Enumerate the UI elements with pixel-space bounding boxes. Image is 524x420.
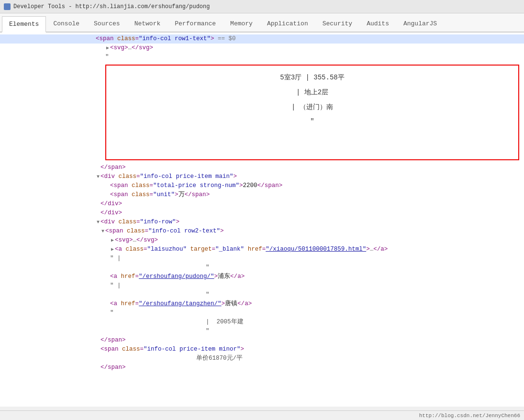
preview-quote: "	[310, 114, 314, 129]
title-text: Developer Tools - http://sh.lianjia.com/…	[13, 3, 210, 10]
div-info-row-open[interactable]: ▼<div class="info-row">	[0, 218, 524, 227]
svg-collapsed-line[interactable]: ▶<svg>…</svg>	[0, 44, 524, 53]
div-price-main-open[interactable]: ▼<div class="info-col price-item main">	[0, 172, 524, 181]
preview-line1: 5室3厅 | 355.58平	[280, 70, 344, 85]
triangle-down-icon: ▼	[96, 173, 100, 181]
svg-collapsed-2[interactable]: ▶<svg>…</svg>	[0, 236, 524, 245]
triangle-right2-icon: ▶	[110, 236, 115, 244]
span-row2-text-close[interactable]: </span>	[0, 336, 524, 345]
a-laisuzhou[interactable]: ▶<a class="laisuzhou" target="_blank" hr…	[0, 245, 524, 254]
year-built-text: | 2005年建	[0, 318, 524, 327]
tab-elements[interactable]: Elements	[2, 16, 46, 33]
a-tangzhen-href[interactable]: "/ershoufang/tangzhen/"	[139, 300, 222, 308]
quote-continuation-2: "	[0, 290, 524, 299]
closing-quote: "	[0, 309, 524, 318]
closing-quote-2: "	[0, 327, 524, 336]
triangle-down2-icon: ▼	[96, 218, 100, 226]
a-pudong-href[interactable]: "/ershoufang/pudong/"	[139, 273, 214, 281]
tab-console[interactable]: Console	[46, 15, 87, 32]
a-pudong[interactable]: <a href="/ershoufang/pudong/">浦东</a>	[0, 272, 524, 281]
preview-line3: | （进门）南	[291, 100, 333, 115]
quote-pipe-2: " |	[0, 281, 524, 290]
title-bar: Developer Tools - http://sh.lianjia.com/…	[0, 0, 524, 13]
unit-price-text: 单价61870元/平	[0, 354, 524, 363]
span-unit[interactable]: <span class="unit">万</span>	[0, 190, 524, 199]
tab-security[interactable]: Security	[315, 15, 359, 32]
tab-angularjs[interactable]: AngularJS	[396, 15, 444, 32]
bottom-url: http://blog.csdn.net/JennyChen66	[419, 413, 520, 419]
triangle-right3-icon: ▶	[110, 245, 115, 254]
tab-application[interactable]: Application	[260, 15, 315, 32]
quote-text-line: "	[0, 53, 524, 62]
span-price-minor[interactable]: <span class="info-col price-item minor">	[0, 345, 524, 354]
tab-performance[interactable]: Performance	[167, 15, 223, 32]
tab-audits[interactable]: Audits	[359, 15, 396, 32]
dom-inspector[interactable]: <span class="info-col row1-text"> == $0 …	[0, 33, 524, 407]
selected-element-line[interactable]: <span class="info-col row1-text"> == $0	[0, 34, 524, 44]
a-tangzhen[interactable]: <a href="/ershoufang/tangzhen/">唐镇</a>	[0, 299, 524, 309]
span-total-price[interactable]: <span class="total-price strong-num">220…	[0, 181, 524, 190]
span-price-minor-close[interactable]: </span>	[0, 363, 524, 372]
a-laisuzhou-href[interactable]: "/xiaoqu/5011000017859.html"	[266, 245, 366, 254]
element-preview: 5室3厅 | 355.58平 | 地上2层 | （进门）南 "	[105, 65, 519, 160]
quote-pipe-text: " |	[0, 254, 524, 263]
tag-open: <	[96, 35, 100, 43]
tab-bar: Elements Console Sources Network Perform…	[0, 13, 524, 33]
span-closing-line[interactable]: </span>	[0, 163, 524, 172]
tab-sources[interactable]: Sources	[87, 15, 127, 32]
triangle-down3-icon: ▼	[100, 227, 105, 235]
bottom-bar: http://blog.csdn.net/JennyChen66	[0, 410, 524, 420]
tab-memory[interactable]: Memory	[223, 15, 260, 32]
preview-line2: | 地上2层	[296, 85, 328, 100]
triangle-right-icon: ▶	[105, 44, 110, 52]
dollar-zero: == $0	[214, 35, 236, 43]
div-price-main-close[interactable]: </div>	[0, 199, 524, 209]
div-outer-close[interactable]: </div>	[0, 209, 524, 218]
devtools-icon	[4, 3, 11, 10]
quote-continuation: "	[0, 263, 524, 272]
span-row2-text-open[interactable]: ▼<span class="info-col row2-text">	[0, 227, 524, 236]
tab-network[interactable]: Network	[127, 15, 168, 32]
